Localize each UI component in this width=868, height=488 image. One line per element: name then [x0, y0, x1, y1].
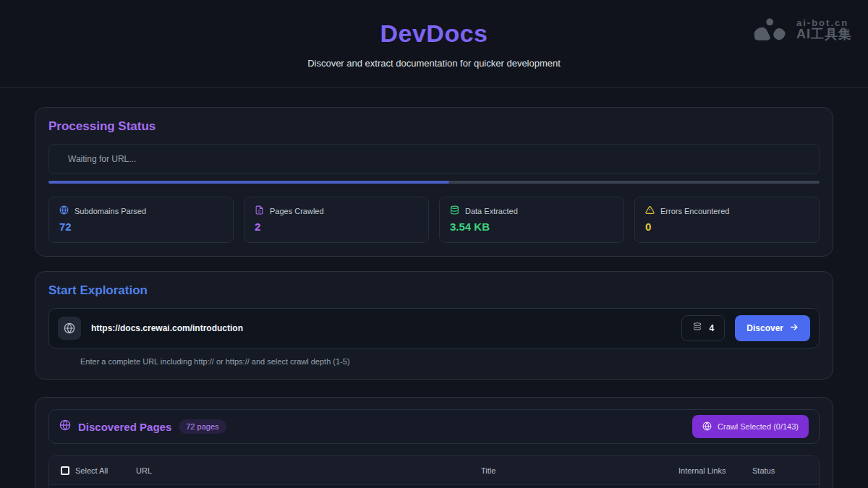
crawl-selected-label: Crawl Selected (0/143): [718, 422, 799, 431]
app-header: DevDocs Discover and extract documentati…: [0, 0, 868, 88]
progress-fill: [48, 181, 449, 184]
processing-status-heading: Processing Status: [48, 119, 820, 134]
stat-label: Subdomains Parsed: [75, 207, 146, 215]
stat-value: 72: [59, 221, 223, 233]
crawl-depth-selector[interactable]: 4: [681, 315, 726, 341]
pages-count-badge: 72 pages: [179, 419, 226, 434]
globe-icon: [59, 205, 69, 216]
discover-button-label: Discover: [746, 323, 783, 333]
database-icon: [450, 205, 459, 216]
crawl-selected-button[interactable]: Crawl Selected (0/143): [692, 415, 809, 438]
url-helper-text: Enter a complete URL including http:// o…: [80, 357, 820, 366]
stat-label: Pages Crawled: [270, 207, 324, 215]
discovered-pages-header: Discovered Pages 72 pages Crawl Selected…: [48, 409, 820, 444]
stat-data-extracted: Data Extracted 3.54 KB: [439, 197, 624, 243]
select-all-label: Select All: [75, 466, 108, 475]
app-subtitle: Discover and extract documentation for q…: [307, 58, 561, 69]
select-all-checkbox[interactable]: [61, 466, 69, 475]
url-globe-icon: [58, 317, 81, 340]
status-message: Waiting for URL...: [68, 154, 136, 164]
processing-status-card: Processing Status Waiting for URL... Sub…: [35, 107, 833, 257]
column-header-internal-links: Internal Links: [678, 466, 752, 475]
crawl-depth-value: 4: [710, 323, 715, 333]
layers-icon: [692, 322, 702, 335]
column-header-title: Title: [481, 466, 678, 475]
stat-label: Errors Encountered: [660, 207, 729, 215]
discover-button[interactable]: Discover: [735, 315, 810, 341]
discovered-pages-title: Discovered Pages: [78, 421, 171, 433]
progress-bar: [48, 181, 820, 184]
brand-logo-icon: [752, 17, 789, 42]
stat-subdomains-parsed: Subdomains Parsed 72: [48, 197, 234, 243]
stat-value: 0: [645, 221, 809, 233]
brand-watermark: ai-bot.cn AI工具集: [752, 17, 852, 42]
stat-pages-crawled: Pages Crawled 2: [244, 197, 429, 243]
discovered-globe-icon: [59, 419, 71, 434]
column-header-url: URL: [136, 466, 481, 475]
start-exploration-heading: Start Exploration: [48, 283, 820, 298]
stat-errors-encountered: Errors Encountered 0: [634, 197, 820, 243]
brand-name: AI工具集: [796, 27, 852, 41]
brand-domain: ai-bot.cn: [796, 18, 852, 28]
crawl-globe-icon: [702, 421, 712, 432]
column-header-status: Status: [752, 466, 807, 475]
discovered-pages-table: Select All URL Title Internal Links Stat…: [48, 455, 820, 488]
url-input-row: 4 Discover: [48, 308, 820, 348]
stat-value: 2: [255, 221, 418, 233]
stat-value: 3.54 KB: [450, 221, 613, 233]
app-title: DevDocs: [380, 20, 488, 48]
table-header-row: Select All URL Title Internal Links Stat…: [49, 456, 819, 485]
warning-icon: [645, 205, 655, 216]
start-exploration-card: Start Exploration 4 Discover: [35, 271, 833, 380]
stat-label: Data Extracted: [465, 207, 518, 215]
arrow-right-icon: [789, 322, 799, 334]
file-icon: [255, 205, 264, 216]
url-input[interactable]: [91, 323, 671, 333]
status-message-box: Waiting for URL...: [48, 144, 820, 174]
discovered-pages-card: Discovered Pages 72 pages Crawl Selected…: [35, 397, 833, 488]
stats-grid: Subdomains Parsed 72 Pages Crawled 2: [48, 197, 820, 243]
